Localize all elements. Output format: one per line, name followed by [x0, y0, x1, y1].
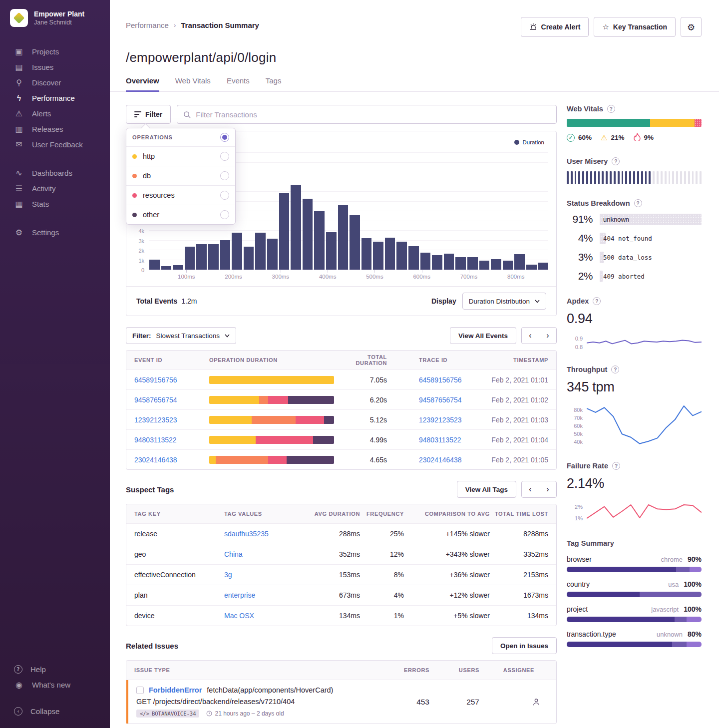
histogram-bar[interactable]	[149, 260, 160, 270]
issue-checkbox[interactable]	[136, 687, 144, 694]
view-all-tags-button[interactable]: View All Tags	[457, 481, 516, 498]
radio-icon[interactable]	[220, 191, 229, 200]
trace-id-link[interactable]: 94803113522	[419, 436, 461, 444]
radio-icon[interactable]	[220, 171, 229, 180]
sidebar-item-issues[interactable]: ▤Issues	[0, 59, 110, 75]
question-icon[interactable]: ?	[611, 365, 619, 373]
operation-option-other[interactable]: other	[126, 205, 235, 224]
sidebar-item-dashboards[interactable]: ∿Dashboards	[0, 165, 110, 181]
histogram-bar[interactable]	[491, 259, 501, 270]
question-icon[interactable]: ?	[593, 297, 601, 305]
histogram-bar[interactable]	[185, 247, 195, 270]
histogram-bar[interactable]	[444, 254, 454, 270]
search-input[interactable]	[196, 110, 550, 119]
question-icon[interactable]: ?	[612, 157, 620, 165]
issue-row[interactable]: ForbiddenError fetchData(app/components/…	[126, 680, 556, 724]
tag-value-link[interactable]: China	[224, 550, 243, 558]
breadcrumb-performance[interactable]: Performance	[126, 21, 169, 29]
histogram-bar[interactable]	[208, 244, 219, 270]
histogram-bar[interactable]	[244, 247, 254, 270]
tab-events[interactable]: Events	[227, 76, 250, 92]
histogram-bar[interactable]	[326, 232, 337, 270]
sidebar-item-performance[interactable]: ϟPerformance	[0, 90, 110, 106]
histogram-bar[interactable]	[503, 261, 513, 270]
histogram-bar[interactable]	[232, 233, 242, 270]
sidebar-item-releases[interactable]: ▥Releases	[0, 121, 110, 137]
sidebar-item-what-s-new[interactable]: ◉What's new	[0, 677, 110, 693]
histogram-bar[interactable]	[455, 257, 466, 270]
histogram-bar[interactable]	[196, 244, 207, 270]
tag-value-link[interactable]: sdaufhu35235	[224, 530, 269, 538]
histogram-bar[interactable]	[338, 205, 349, 270]
operation-option-resources[interactable]: resources	[126, 185, 235, 205]
display-select[interactable]: Duration Distribution	[462, 293, 546, 310]
histogram-bar[interactable]	[467, 257, 478, 270]
trace-id-link[interactable]: 64589156756	[419, 376, 462, 384]
settings-gear-button[interactable]: ⚙	[681, 17, 702, 37]
histogram-bar[interactable]	[373, 242, 383, 270]
next-page-button[interactable]: ›	[539, 481, 557, 498]
view-all-events-button[interactable]: View All Events	[450, 327, 516, 344]
tab-tags[interactable]: Tags	[266, 76, 282, 92]
radio-icon[interactable]	[220, 152, 229, 161]
chart-legend[interactable]: Duration	[514, 139, 544, 145]
sidebar-item-projects[interactable]: ▣Projects	[0, 44, 110, 59]
tag-value-link[interactable]: 3g	[224, 571, 232, 579]
histogram-bar[interactable]	[350, 215, 360, 270]
event-id-link[interactable]: 23024146438	[134, 456, 209, 464]
sidebar-item-activity[interactable]: ☰Activity	[0, 181, 110, 196]
sidebar-item-alerts[interactable]: ⚠Alerts	[0, 106, 110, 121]
event-id-link[interactable]: 64589156756	[134, 376, 209, 384]
key-transaction-button[interactable]: ☆ Key Transaction	[594, 17, 676, 37]
histogram-bar[interactable]	[408, 246, 419, 270]
tab-overview[interactable]: Overview	[126, 76, 159, 92]
event-id-link[interactable]: 94587656754	[134, 396, 209, 404]
histogram-bar[interactable]	[279, 193, 290, 270]
sidebar-item-stats[interactable]: ▦Stats	[0, 196, 110, 212]
create-alert-button[interactable]: Create Alert	[521, 17, 589, 37]
next-page-button[interactable]: ›	[539, 327, 557, 344]
operation-option-http[interactable]: http	[126, 146, 235, 166]
sidebar-item-help[interactable]: ?Help	[0, 662, 110, 677]
sidebar-item-collapse[interactable]: ‹Collapse	[0, 704, 110, 719]
question-icon[interactable]: ?	[607, 105, 615, 113]
histogram-bar[interactable]	[267, 239, 278, 270]
histogram-bar[interactable]	[479, 261, 490, 270]
trace-id-link[interactable]: 12392123523	[419, 416, 462, 424]
histogram-bar[interactable]	[396, 242, 407, 270]
histogram-bar[interactable]	[514, 254, 525, 270]
question-icon[interactable]: ?	[612, 462, 620, 470]
sidebar-item-settings[interactable]: ⚙Settings	[0, 225, 110, 240]
event-id-link[interactable]: 12392123523	[134, 416, 209, 424]
histogram-bar[interactable]	[255, 233, 266, 270]
question-icon[interactable]: ?	[634, 199, 642, 207]
open-in-issues-button[interactable]: Open in Issues	[492, 637, 557, 654]
histogram-bar[interactable]	[161, 266, 172, 270]
tag-value-link[interactable]: enterprise	[224, 591, 255, 599]
event-id-link[interactable]: 94803113522	[134, 436, 209, 444]
operations-dropdown-header[interactable]: OPERATIONS	[126, 128, 235, 146]
radio-icon[interactable]	[220, 210, 229, 219]
histogram-bar[interactable]	[420, 253, 431, 270]
operation-option-db[interactable]: db	[126, 166, 235, 185]
trace-id-link[interactable]: 94587656754	[419, 396, 462, 404]
assignee-button[interactable]	[493, 697, 548, 707]
sidebar-item-discover[interactable]: ⚲Discover	[0, 75, 110, 90]
filter-button[interactable]: Filter	[126, 105, 171, 124]
project-chip[interactable]: </>BOTANAVOICE-34	[136, 710, 199, 718]
histogram-bar[interactable]	[173, 265, 183, 270]
histogram-bar[interactable]	[314, 211, 325, 270]
prev-page-button[interactable]: ‹	[521, 327, 539, 344]
histogram-bar[interactable]	[538, 263, 549, 270]
tab-web-vitals[interactable]: Web Vitals	[175, 76, 211, 92]
histogram-bar[interactable]	[385, 238, 395, 270]
histogram-bar[interactable]	[432, 255, 442, 270]
issue-type-link[interactable]: ForbiddenError	[149, 686, 202, 694]
histogram-bar[interactable]	[303, 199, 313, 270]
events-filter-select[interactable]: Filter: Slowest Transactions	[126, 327, 236, 344]
histogram-bar[interactable]	[291, 185, 301, 270]
histogram-bar[interactable]	[361, 238, 372, 270]
sidebar-item-user-feedback[interactable]: ✉User Feedback	[0, 137, 110, 152]
radio-selected-icon[interactable]	[220, 133, 229, 142]
trace-id-link[interactable]: 23024146438	[419, 456, 462, 464]
